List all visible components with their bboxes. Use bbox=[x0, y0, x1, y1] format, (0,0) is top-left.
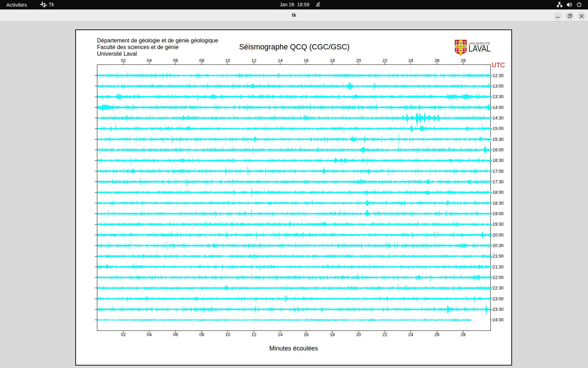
svg-text:18: 18 bbox=[330, 332, 335, 337]
svg-text:13:30: 13:30 bbox=[493, 94, 504, 99]
svg-text:19:00: 19:00 bbox=[493, 211, 504, 216]
svg-text:24: 24 bbox=[408, 332, 413, 337]
svg-text:12:30: 12:30 bbox=[493, 73, 504, 78]
svg-text:LAVAL: LAVAL bbox=[469, 44, 491, 54]
svg-text:26: 26 bbox=[435, 58, 440, 63]
svg-text:13:00: 13:00 bbox=[493, 84, 504, 89]
svg-text:18: 18 bbox=[330, 58, 335, 63]
svg-text:02: 02 bbox=[121, 332, 126, 337]
svg-text:12: 12 bbox=[252, 332, 257, 337]
svg-text:14: 14 bbox=[278, 58, 283, 63]
svg-text:06: 06 bbox=[173, 58, 178, 63]
svg-text:Département de géologie et de: Département de géologie et de génie géol… bbox=[97, 37, 218, 43]
svg-text:14:30: 14:30 bbox=[493, 116, 504, 121]
svg-text:04: 04 bbox=[147, 332, 152, 337]
svg-text:10: 10 bbox=[225, 58, 230, 63]
svg-text:20: 20 bbox=[356, 58, 361, 63]
svg-text:21:00: 21:00 bbox=[493, 254, 504, 259]
svg-text:10: 10 bbox=[225, 332, 230, 337]
svg-text:UTC: UTC bbox=[492, 61, 505, 69]
svg-text:28: 28 bbox=[461, 332, 466, 337]
svg-text:16: 16 bbox=[304, 58, 309, 63]
svg-text:Université Laval: Université Laval bbox=[97, 50, 137, 57]
svg-text:23:30: 23:30 bbox=[493, 307, 504, 312]
svg-text:22: 22 bbox=[383, 58, 387, 63]
svg-text:20: 20 bbox=[356, 332, 361, 337]
svg-text:21:30: 21:30 bbox=[493, 265, 504, 270]
svg-text:14: 14 bbox=[278, 332, 283, 337]
svg-text:20:30: 20:30 bbox=[493, 243, 504, 248]
svg-text:08: 08 bbox=[200, 332, 204, 337]
svg-text:23:00: 23:00 bbox=[493, 297, 504, 301]
svg-text:24: 24 bbox=[408, 58, 413, 63]
svg-text:02: 02 bbox=[121, 58, 126, 63]
svg-text:22:00: 22:00 bbox=[493, 275, 504, 280]
svg-text:17:30: 17:30 bbox=[493, 179, 504, 184]
svg-text:14:00: 14:00 bbox=[493, 105, 504, 110]
svg-text:18:00: 18:00 bbox=[493, 190, 504, 195]
svg-text:17:00: 17:00 bbox=[493, 169, 504, 174]
svg-text:20:00: 20:00 bbox=[493, 233, 504, 238]
svg-text:12: 12 bbox=[252, 58, 257, 63]
svg-text:16:00: 16:00 bbox=[493, 148, 504, 152]
svg-text:28: 28 bbox=[461, 58, 466, 63]
svg-text:15:30: 15:30 bbox=[493, 137, 504, 142]
svg-text:06: 06 bbox=[173, 332, 178, 337]
svg-text:22: 22 bbox=[383, 332, 387, 337]
svg-text:26: 26 bbox=[435, 332, 440, 337]
svg-text:22:30: 22:30 bbox=[493, 286, 504, 291]
svg-text:16: 16 bbox=[304, 332, 309, 337]
svg-text:15:00: 15:00 bbox=[493, 126, 504, 131]
svg-text:08: 08 bbox=[200, 58, 204, 63]
svg-text:24:00: 24:00 bbox=[493, 318, 504, 322]
svg-text:16:30: 16:30 bbox=[493, 158, 504, 163]
svg-text:Minutes écoulées: Minutes écoulées bbox=[270, 345, 318, 352]
svg-text:19:30: 19:30 bbox=[493, 222, 504, 227]
svg-text:Faculté des sciences et de gén: Faculté des sciences et de génie bbox=[97, 43, 178, 50]
svg-text:Séismographe QCQ (CGC/GSC): Séismographe QCQ (CGC/GSC) bbox=[239, 42, 350, 52]
svg-text:04: 04 bbox=[147, 58, 152, 63]
svg-text:18:30: 18:30 bbox=[493, 201, 504, 206]
